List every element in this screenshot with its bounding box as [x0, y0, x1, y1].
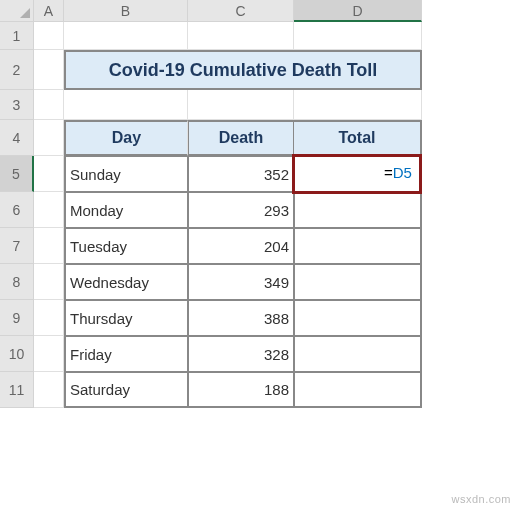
row-header-5[interactable]: 5 [0, 156, 34, 192]
col-header-B[interactable]: B [64, 0, 188, 22]
col-header-C[interactable]: C [188, 0, 294, 22]
cell-day-9[interactable]: Thursday [64, 300, 188, 336]
row-header-8[interactable]: 8 [0, 264, 34, 300]
cell-D1[interactable] [294, 22, 422, 50]
cell-day-8[interactable]: Wednesday [64, 264, 188, 300]
cell-A5[interactable] [34, 156, 64, 192]
col-header-D[interactable]: D [294, 0, 422, 22]
cell-day-11[interactable]: Saturday [64, 372, 188, 408]
cell-death-8[interactable]: 349 [188, 264, 294, 300]
cell-total-6[interactable] [294, 192, 422, 228]
cell-B3[interactable] [64, 90, 188, 120]
cell-A6[interactable] [34, 192, 64, 228]
row-header-3[interactable]: 3 [0, 90, 34, 120]
row-header-4[interactable]: 4 [0, 120, 34, 156]
title-cell[interactable]: Covid-19 Cumulative Death Toll [64, 50, 422, 90]
watermark: wsxdn.com [451, 493, 511, 505]
cell-day-7[interactable]: Tuesday [64, 228, 188, 264]
cell-death-11[interactable]: 188 [188, 372, 294, 408]
cell-total-9[interactable] [294, 300, 422, 336]
cell-C1[interactable] [188, 22, 294, 50]
cell-A3[interactable] [34, 90, 64, 120]
cell-total-7[interactable] [294, 228, 422, 264]
row-header-10[interactable]: 10 [0, 336, 34, 372]
cell-A11[interactable] [34, 372, 64, 408]
cell-day-6[interactable]: Monday [64, 192, 188, 228]
cell-A4[interactable] [34, 120, 64, 156]
row-header-9[interactable]: 9 [0, 300, 34, 336]
select-all-corner[interactable] [0, 0, 34, 22]
cell-death-10[interactable]: 328 [188, 336, 294, 372]
cell-total-11[interactable] [294, 372, 422, 408]
cell-C3[interactable] [188, 90, 294, 120]
table-header-total[interactable]: Total [294, 120, 422, 156]
cell-D3[interactable] [294, 90, 422, 120]
cell-A8[interactable] [34, 264, 64, 300]
cell-A9[interactable] [34, 300, 64, 336]
cell-total-8[interactable] [294, 264, 422, 300]
formula-equals: = [384, 164, 393, 181]
cell-total-10[interactable] [294, 336, 422, 372]
cell-death-5[interactable]: 352 [188, 156, 294, 192]
cell-A7[interactable] [34, 228, 64, 264]
cell-day-5[interactable]: Sunday [64, 156, 188, 192]
row-header-11[interactable]: 11 [0, 372, 34, 408]
col-header-A[interactable]: A [34, 0, 64, 22]
formula-ref: D5 [393, 164, 412, 181]
cell-death-6[interactable]: 293 [188, 192, 294, 228]
cell-death-7[interactable]: 204 [188, 228, 294, 264]
cell-A1[interactable] [34, 22, 64, 50]
cell-A2[interactable] [34, 50, 64, 90]
spreadsheet-grid[interactable]: A B C D 1 2 Covid-19 Cumulative Death To… [0, 0, 519, 408]
cell-A10[interactable] [34, 336, 64, 372]
row-header-7[interactable]: 7 [0, 228, 34, 264]
active-cell-formula: =D5 [384, 164, 412, 181]
cell-death-9[interactable]: 388 [188, 300, 294, 336]
table-header-day[interactable]: Day [64, 120, 188, 156]
cell-day-10[interactable]: Friday [64, 336, 188, 372]
row-header-1[interactable]: 1 [0, 22, 34, 50]
row-header-2[interactable]: 2 [0, 50, 34, 90]
row-header-6[interactable]: 6 [0, 192, 34, 228]
table-header-death[interactable]: Death [188, 120, 294, 156]
cell-B1[interactable] [64, 22, 188, 50]
